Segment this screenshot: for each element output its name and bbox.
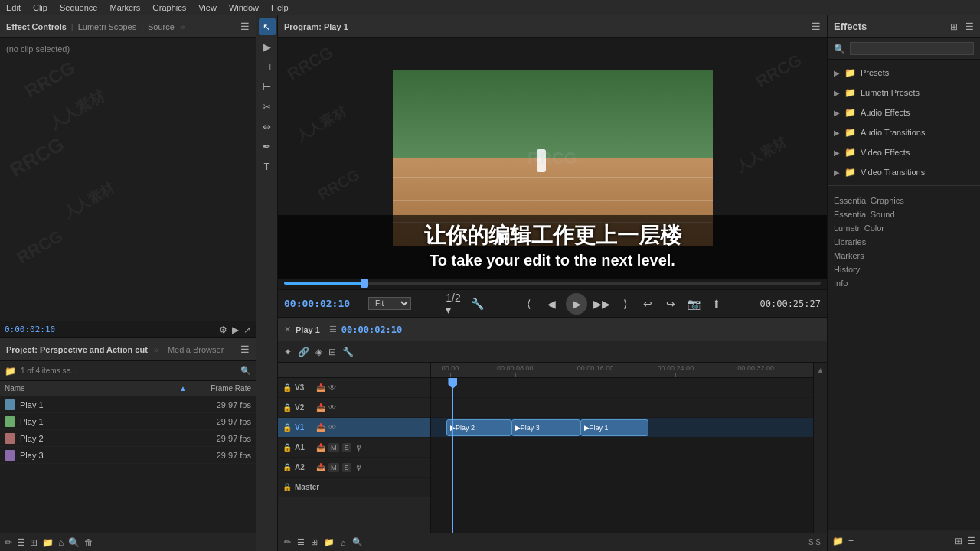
close-timeline-icon[interactable]: ✕ — [284, 324, 291, 334]
track-height-icon[interactable]: ⊟ — [328, 347, 336, 357]
menu-markers[interactable]: Markers — [109, 3, 140, 12]
effects-section-header-presets[interactable]: ▶ 📁 Presets — [828, 64, 980, 81]
mute-a2[interactable]: M — [328, 463, 339, 472]
lock-a1[interactable]: 🔒 — [283, 443, 292, 452]
search-effects-icon[interactable]: 🔍 — [834, 44, 845, 54]
menu-edit[interactable]: Edit — [6, 3, 21, 12]
project-menu-icon[interactable]: ☰ — [240, 344, 250, 355]
panel-menu-icon[interactable]: ☰ — [240, 21, 250, 32]
lock-master[interactable]: 🔒 — [283, 483, 292, 491]
mic-a1[interactable]: 🎙 — [354, 443, 363, 452]
menu-view[interactable]: View — [198, 3, 217, 12]
menu-graphics[interactable]: Graphics — [152, 3, 186, 12]
menu-window[interactable]: Window — [229, 3, 259, 12]
extra-essential-sound[interactable]: Essential Sound — [834, 207, 974, 221]
patch-v3[interactable]: 📥 — [316, 383, 325, 392]
mark-out-icon[interactable]: ⟩ — [616, 295, 633, 312]
effects-menu-icon[interactable]: ☰ — [965, 21, 974, 32]
mute-a1[interactable]: M — [328, 443, 339, 452]
ripple-edit-tool[interactable]: ⊣ — [259, 58, 276, 75]
fit-dropdown[interactable]: Fit 25% 50% 100% — [368, 297, 411, 310]
extra-libraries[interactable]: Libraries — [834, 235, 974, 249]
rolling-edit-tool[interactable]: ⊢ — [259, 78, 276, 95]
step-forward-icon[interactable]: ▶▶ — [593, 295, 610, 312]
linked-select-icon[interactable]: 🔗 — [298, 347, 309, 357]
effects-section-header-video-effects[interactable]: ▶ 📁 Video Effects — [828, 144, 980, 161]
search-project-icon[interactable]: 🔍 — [68, 537, 80, 548]
project-tab[interactable]: Project: Perspective and Action cut — [6, 345, 148, 354]
list-tl-icon[interactable]: ☰ — [297, 537, 305, 547]
slip-tool[interactable]: ⇔ — [259, 118, 276, 135]
monitor-menu-icon[interactable]: ☰ — [812, 21, 821, 32]
pen-tool[interactable]: ✒ — [259, 138, 276, 155]
sort-arrow[interactable]: ▲ — [179, 384, 187, 393]
lock-v1[interactable]: 🔒 — [283, 423, 292, 432]
effects-arrange-icon[interactable]: ⊞ — [950, 21, 958, 32]
grid-view-icon[interactable]: ⊞ — [30, 537, 38, 548]
solo-a2[interactable]: S — [342, 463, 351, 472]
tab-lumetri[interactable]: Lumetri Scopes — [78, 22, 136, 31]
play-icon[interactable]: ▶ — [232, 324, 239, 335]
pencil-icon[interactable]: ✏ — [5, 537, 12, 548]
home-tl-icon[interactable]: ⌂ — [341, 538, 346, 547]
tab-play1[interactable]: Play 1 — [296, 325, 320, 334]
clip-play3[interactable]: ▶ Play 3 — [511, 419, 580, 436]
extra-markers[interactable]: Markers — [834, 249, 974, 262]
menu-sequence[interactable]: Sequence — [60, 3, 98, 12]
scroll-up-icon[interactable]: ▲ — [817, 366, 825, 374]
clip-play2[interactable]: ▶ Play 2 — [446, 419, 511, 436]
home-icon[interactable]: ⌂ — [58, 537, 64, 548]
lock-v3[interactable]: 🔒 — [283, 383, 292, 392]
patch-a1[interactable]: 📥 — [316, 443, 325, 452]
snap-icon[interactable]: ✦ — [284, 347, 292, 357]
eye-v3[interactable]: 👁 — [328, 383, 336, 392]
tab-source[interactable]: Source — [148, 22, 175, 31]
trash-icon[interactable]: 🗑 — [84, 537, 93, 548]
extra-essential-graphics[interactable]: Essential Graphics — [834, 194, 974, 207]
wrench-icon[interactable]: 🔧 — [469, 295, 485, 312]
mic-a2[interactable]: 🎙 — [354, 463, 363, 472]
new-custom-item-icon[interactable]: + — [848, 536, 854, 546]
eye-v1[interactable]: 👁 — [328, 423, 336, 432]
extra-lumetri-color[interactable]: Lumetri Color — [834, 221, 974, 235]
project-folder-icon[interactable]: 📁 — [5, 366, 16, 377]
patch-v2[interactable]: 📥 — [316, 403, 325, 412]
list-item[interactable]: Play 1 29.97 fps — [0, 396, 256, 413]
patch-v1[interactable]: 📥 — [316, 423, 325, 432]
export-icon[interactable]: ↗ — [243, 324, 251, 335]
tab-effect-controls[interactable]: Effect Controls — [6, 22, 67, 31]
overwrite-icon[interactable]: ↪ — [662, 295, 679, 312]
list-item[interactable]: Play 3 29.97 fps — [0, 447, 256, 464]
solo-a1[interactable]: S — [342, 443, 351, 452]
new-folder-effects-icon[interactable]: 📁 — [832, 536, 844, 546]
step-back-icon[interactable]: ◀ — [543, 295, 560, 312]
menu-clip[interactable]: Clip — [33, 3, 47, 12]
pencil-tl-icon[interactable]: ✏ — [284, 537, 291, 547]
razor-tool[interactable]: ✂ — [259, 98, 276, 115]
track-select-tool[interactable]: ▶ — [259, 38, 276, 55]
effects-section-header-video-transitions[interactable]: ▶ 📁 Video Transitions — [828, 164, 980, 181]
tab-program[interactable]: Program: Play 1 — [284, 22, 348, 31]
insert-icon[interactable]: ↩ — [639, 295, 656, 312]
eye-v2[interactable]: 👁 — [328, 403, 336, 412]
extra-info[interactable]: Info — [834, 276, 974, 290]
timeline-tab-menu[interactable]: ☰ — [329, 324, 337, 334]
folder-new-icon[interactable]: 📁 — [42, 537, 54, 548]
extra-history[interactable]: History — [834, 262, 974, 276]
list-view-icon[interactable]: ☰ — [17, 537, 25, 548]
selection-tool[interactable]: ↖ — [259, 18, 276, 35]
lock-v2[interactable]: 🔒 — [283, 403, 292, 412]
list-item[interactable]: Play 1 29.97 fps — [0, 413, 256, 430]
effects-section-header-audio-transitions[interactable]: ▶ 📁 Audio Transitions — [828, 124, 980, 141]
effects-grid-icon[interactable]: ⊞ — [955, 536, 962, 546]
wrench-tl-icon[interactable]: 🔧 — [342, 347, 354, 357]
add-marker-icon[interactable]: ◈ — [315, 347, 322, 357]
lock-a2[interactable]: 🔒 — [283, 463, 292, 471]
search-icon[interactable]: 🔍 — [240, 366, 251, 376]
clip-play1[interactable]: ▶ Play 1 — [580, 419, 649, 436]
patch-a2[interactable]: 📥 — [316, 463, 325, 471]
export-frame-icon[interactable]: ⬆ — [708, 295, 725, 312]
play-button[interactable]: ▶ — [566, 293, 587, 315]
effects-section-header-audio-effects[interactable]: ▶ 📁 Audio Effects — [828, 104, 980, 121]
camera-icon[interactable]: 📷 — [685, 295, 702, 312]
